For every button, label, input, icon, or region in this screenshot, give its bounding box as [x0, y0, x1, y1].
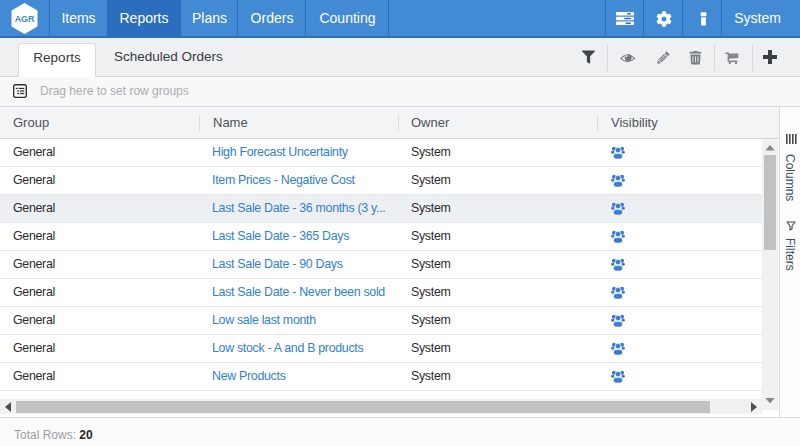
svg-text:AGR: AGR — [15, 14, 35, 24]
